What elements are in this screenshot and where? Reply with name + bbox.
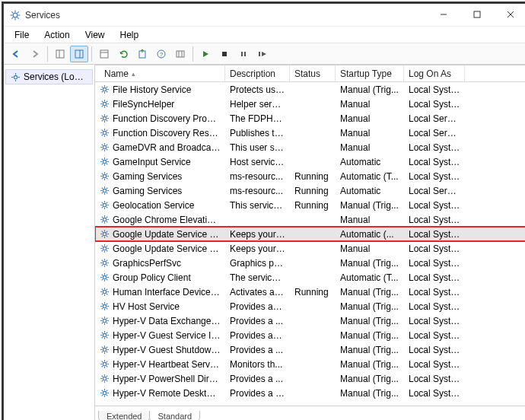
service-startup-cell: Manual (Trig... (336, 316, 404, 326)
tab-standard[interactable]: Standard (149, 411, 200, 420)
svg-point-160 (103, 290, 106, 293)
column-header-logon[interactable]: Log On As (404, 65, 465, 81)
svg-rect-15 (75, 50, 83, 58)
menubar: File Action View Help (4, 27, 525, 43)
column-header-status[interactable]: Status (290, 65, 336, 81)
table-row[interactable]: Hyper-V Guest Service Inter...Provides a… (95, 328, 525, 342)
svg-line-5 (11, 11, 13, 13)
service-name-cell: Hyper-V Guest Service Inter... (113, 330, 221, 341)
table-row[interactable]: Google Chrome Elevation S...ManualLocal … (95, 212, 525, 227)
restart-service-button[interactable] (253, 46, 272, 62)
tab-extended[interactable]: Extended (98, 411, 150, 420)
gear-icon (100, 171, 110, 181)
svg-line-41 (107, 87, 108, 88)
service-description-cell: This service ... (225, 200, 290, 211)
service-startup-cell: Manual (336, 215, 404, 225)
stop-service-button[interactable] (215, 46, 234, 62)
service-startup-cell: Manual (Trig... (336, 84, 404, 95)
show-hide-action-pane-button[interactable] (70, 46, 88, 62)
service-description-cell: The service i... (225, 272, 290, 283)
table-row[interactable]: Geolocation ServiceThis service ...Runni… (95, 198, 525, 212)
table-row[interactable]: FileSyncHelperHelper servi...ManualLocal… (95, 97, 525, 111)
show-hide-panes-button[interactable] (171, 46, 189, 62)
svg-line-202 (107, 352, 108, 353)
svg-line-159 (102, 279, 103, 281)
svg-line-203 (107, 347, 108, 348)
service-startup-cell: Manual (336, 113, 404, 124)
svg-line-138 (102, 246, 103, 247)
svg-line-149 (107, 260, 108, 262)
table-row[interactable]: GameDVR and Broadcast Us...This user ser… (95, 140, 525, 154)
column-header-startup[interactable]: Startup Type (336, 65, 404, 81)
table-row[interactable]: Human Interface Device Ser...Activates a… (95, 285, 525, 299)
service-startup-cell: Manual (Trig... (336, 359, 404, 370)
gear-icon (100, 186, 110, 196)
table-row[interactable]: GameInput ServiceHost service...Automati… (95, 154, 525, 169)
menu-help[interactable]: Help (114, 28, 145, 42)
table-row[interactable]: Google Update Service (gup...Keeps your … (95, 227, 525, 241)
svg-line-59 (107, 116, 108, 117)
start-service-button[interactable] (196, 46, 215, 62)
close-button[interactable] (494, 4, 525, 25)
back-button[interactable] (7, 46, 25, 62)
column-header-description[interactable]: Description (225, 65, 290, 81)
service-description-cell: Publishes th... (225, 128, 290, 138)
svg-line-177 (102, 308, 103, 310)
service-name-cell: Group Policy Client (113, 272, 191, 283)
refresh-button[interactable] (114, 46, 132, 62)
table-row[interactable]: Hyper-V Data Exchange Ser...Provides a .… (95, 313, 525, 328)
pause-service-button[interactable] (234, 46, 253, 62)
table-row[interactable]: Gaming Servicesms-resourc...RunningAutom… (95, 183, 525, 198)
table-row[interactable]: Hyper-V Heartbeat ServiceMonitors th...M… (95, 357, 525, 371)
export-list-button[interactable] (133, 46, 151, 62)
table-row[interactable]: Gaming Servicesms-resourc...RunningAutom… (95, 169, 525, 183)
svg-point-187 (103, 333, 106, 336)
service-name-cell: Geolocation Service (113, 200, 194, 211)
table-row[interactable]: Function Discovery Provide...The FDPHO..… (95, 111, 525, 126)
table-row[interactable]: Google Update Service (gup...Keeps your … (95, 241, 525, 256)
service-logon-cell: Local Syste... (404, 157, 465, 167)
svg-line-8 (11, 17, 13, 18)
gear-icon (100, 388, 110, 398)
help-button[interactable]: ? (152, 46, 170, 62)
service-name-cell: Google Update Service (gup... (113, 243, 221, 254)
menu-file[interactable]: File (8, 28, 35, 42)
menu-action[interactable]: Action (38, 28, 75, 42)
svg-line-219 (102, 376, 103, 377)
service-description-cell: Keeps your ... (225, 229, 290, 240)
service-logon-cell: Local Service (404, 186, 465, 196)
table-row[interactable]: Hyper-V Remote Desktop Vi...Provides a p… (95, 386, 525, 400)
table-row[interactable]: HV Host ServiceProvides an ...Manual (Tr… (95, 299, 525, 313)
gear-icon (100, 272, 110, 282)
svg-point-0 (13, 13, 18, 18)
svg-line-140 (107, 246, 108, 247)
table-row[interactable]: Hyper-V PowerShell Direct ...Provides a … (95, 371, 525, 386)
menu-view[interactable]: View (79, 28, 111, 42)
properties-button[interactable] (95, 46, 113, 62)
svg-line-148 (107, 265, 108, 266)
svg-point-169 (103, 304, 106, 307)
forward-button[interactable] (26, 46, 44, 62)
column-header-name[interactable]: Name▴ (100, 65, 225, 81)
service-startup-cell: Manual (Trig... (336, 330, 404, 341)
svg-line-66 (102, 130, 103, 132)
table-row[interactable]: Hyper-V Guest Shutdown S...Provides a ..… (95, 342, 525, 357)
gear-icon (100, 84, 110, 94)
svg-rect-26 (241, 52, 243, 56)
services-list[interactable]: File History ServiceProtects use...Manua… (95, 82, 525, 406)
service-logon-cell: Local Syste... (404, 229, 465, 240)
table-row[interactable]: Group Policy ClientThe service i...Autom… (95, 270, 525, 285)
table-row[interactable]: Function Discovery Resourc...Publishes t… (95, 126, 525, 140)
gear-icon (100, 374, 110, 383)
tree-node-services-local[interactable]: Services (Local) (5, 69, 93, 84)
svg-point-223 (103, 391, 106, 394)
minimize-button[interactable] (427, 4, 460, 25)
maximize-button[interactable] (460, 4, 494, 25)
svg-line-186 (102, 323, 103, 324)
table-row[interactable]: GraphicsPerfSvcGraphics pe...Manual (Tri… (95, 256, 525, 270)
show-hide-console-tree-button[interactable] (51, 46, 69, 62)
svg-line-51 (102, 106, 103, 107)
table-row[interactable]: File History ServiceProtects use...Manua… (95, 82, 525, 97)
service-description-cell: Helper servi... (225, 99, 290, 110)
svg-line-57 (102, 116, 103, 117)
